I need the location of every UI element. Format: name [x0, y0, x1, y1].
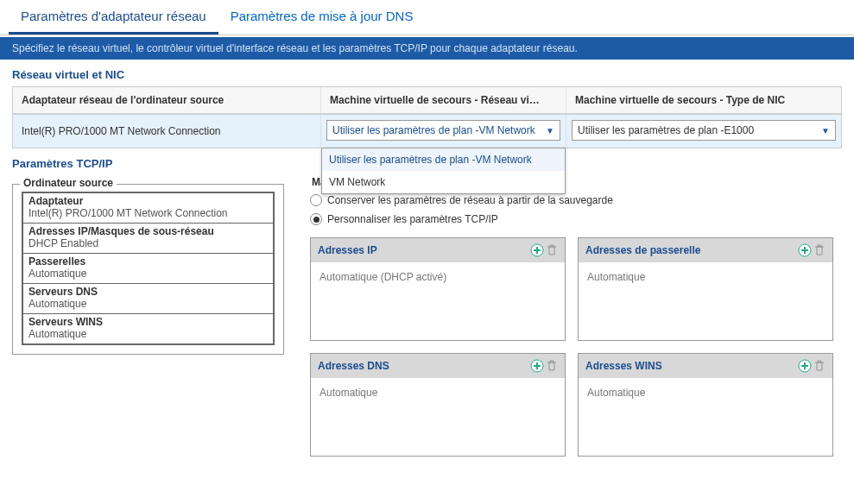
- delete-icon[interactable]: [813, 360, 826, 372]
- cell-vnet: Utiliser les paramètres de plan -VM Netw…: [321, 115, 566, 148]
- src-row-gateways: Passerelles Automatique: [23, 254, 273, 284]
- dropdown-item-vmnetwork[interactable]: VM Network: [322, 171, 565, 193]
- tabs: Paramètres d'adaptateur réseau Paramètre…: [0, 0, 854, 35]
- card-body: Automatique: [311, 378, 565, 456]
- card-title: Adresses de passerelle: [585, 244, 700, 256]
- card-gateway: Adresses de passerelle Automatique: [578, 237, 833, 341]
- th-nic: Machine virtuelle de secours - Type de N…: [566, 87, 841, 113]
- tab-network-adapter[interactable]: Paramètres d'adaptateur réseau: [9, 0, 218, 35]
- add-icon[interactable]: [530, 243, 544, 257]
- cell-nic: Utiliser les paramètres de plan -E1000 ▼: [566, 115, 841, 148]
- th-vnet: Machine virtuelle de secours - Réseau vi…: [321, 87, 566, 113]
- card-ip: Adresses IP Automatique (DHCP activé): [310, 237, 566, 341]
- subtitle-bar: Spécifiez le réseau virtuel, le contrôle…: [0, 37, 854, 60]
- radio-keep-settings[interactable]: Conserver les paramètres de réseau à par…: [310, 192, 833, 211]
- vnet-selected-label: Utiliser les paramètres de plan -VM Netw…: [332, 124, 535, 136]
- cell-adapter: Intel(R) PRO/1000 MT Network Connection: [13, 115, 321, 148]
- radio-icon: [310, 194, 322, 206]
- card-body: Automatique (DHCP activé): [311, 262, 565, 340]
- card-title: Adresses WINS: [585, 360, 662, 372]
- card-dns: Adresses DNS Automatique: [310, 353, 566, 457]
- vnet-select[interactable]: Utiliser les paramètres de plan -VM Netw…: [326, 120, 560, 141]
- src-row-ipmask: Adresses IP/Masques de sous-réseau DHCP …: [23, 224, 273, 254]
- card-body: Automatique: [579, 378, 832, 456]
- cards-grid: Adresses IP Automatique (DHCP activé) Ad…: [310, 237, 833, 457]
- vm-fieldset: Machine virtuelle de secours Conserver l…: [301, 184, 842, 465]
- add-icon[interactable]: [530, 359, 544, 373]
- card-title: Adresses IP: [318, 244, 377, 256]
- source-table: Adaptateur Intel(R) PRO/1000 MT Network …: [22, 192, 275, 345]
- delete-icon[interactable]: [546, 360, 558, 372]
- card-body: Automatique: [579, 262, 832, 340]
- src-row-wins: Serveurs WINS Automatique: [23, 314, 273, 343]
- nic-selected-label: Utiliser les paramètres de plan -E1000: [578, 124, 754, 136]
- table-row[interactable]: Intel(R) PRO/1000 MT Network Connection …: [13, 114, 841, 148]
- delete-icon[interactable]: [546, 244, 558, 256]
- src-row-adapter: Adaptateur Intel(R) PRO/1000 MT Network …: [23, 193, 273, 224]
- source-fieldset: Ordinateur source Adaptateur Intel(R) PR…: [12, 184, 284, 355]
- add-icon[interactable]: [798, 359, 812, 373]
- src-row-dns: Serveurs DNS Automatique: [23, 284, 273, 314]
- delete-icon[interactable]: [813, 244, 826, 256]
- nic-select[interactable]: Utiliser les paramètres de plan -E1000 ▼: [572, 120, 836, 141]
- section-title-network: Réseau virtuel et NIC: [0, 60, 854, 86]
- adapter-table: Adaptateur réseau de l'ordinateur source…: [12, 86, 842, 148]
- chevron-down-icon: ▼: [821, 126, 830, 135]
- card-title: Adresses DNS: [318, 360, 389, 372]
- source-legend: Ordinateur source: [20, 177, 117, 189]
- vnet-dropdown: Utiliser les paramètres de plan -VM Netw…: [321, 148, 566, 194]
- chevron-down-icon: ▼: [546, 126, 554, 135]
- radio-icon: [310, 213, 322, 225]
- add-icon[interactable]: [798, 243, 812, 257]
- tab-dns-update[interactable]: Paramètres de mise à jour DNS: [218, 0, 426, 35]
- dropdown-item-plan[interactable]: Utiliser les paramètres de plan -VM Netw…: [322, 148, 565, 171]
- radio-customize[interactable]: Personnaliser les paramètres TCP/IP: [310, 211, 833, 230]
- card-wins: Adresses WINS Automatique: [578, 353, 833, 457]
- th-adapter: Adaptateur réseau de l'ordinateur source: [13, 87, 321, 113]
